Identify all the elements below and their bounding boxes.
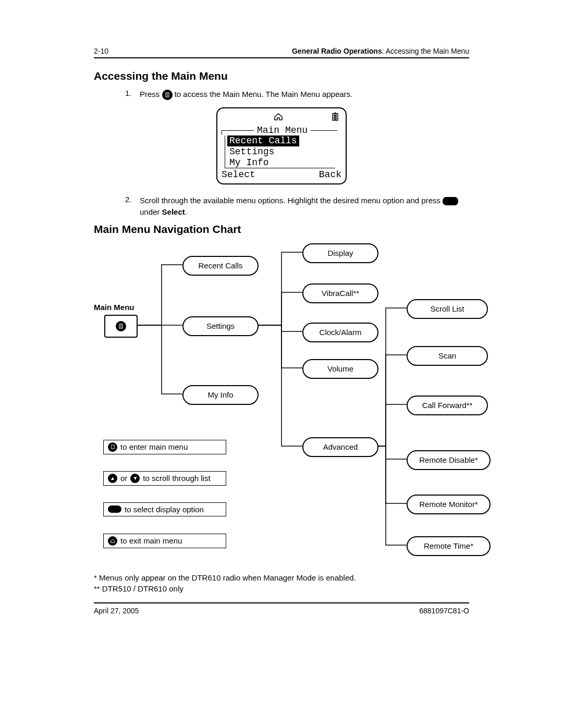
footer-docid: 6881097C81-O — [419, 607, 469, 615]
step1-post: to access the Main Menu. The Main Menu a… — [175, 90, 353, 98]
node-scroll-list: Scroll List — [407, 299, 488, 319]
step2-pre: Scroll through the available menu option… — [140, 196, 443, 205]
footnotes: * Menus only appear on the DTR610 radio … — [94, 572, 469, 594]
legend-enter-main-menu: to enter main menu — [103, 440, 226, 454]
node-my-info: My Info — [182, 385, 259, 405]
legend-scroll: ▲ or ▼ to scroll through list — [103, 471, 226, 486]
node-settings: Settings — [182, 316, 259, 336]
menu-button-icon — [116, 321, 126, 331]
lcd-title: Main Menu — [254, 125, 311, 136]
heading-accessing: Accessing the Main Menu — [94, 70, 469, 82]
footnote-2: ** DTR510 / DTR610 only — [94, 583, 469, 594]
lcd-item-highlighted: Recent Calls — [227, 135, 299, 146]
node-remote-time: Remote Time* — [407, 536, 491, 556]
home-icon — [108, 536, 117, 546]
step2-bold: Select — [162, 207, 185, 216]
footer-date: April 27, 2005 — [94, 607, 139, 615]
header-section-rest: : Accessing the Main Menu — [382, 47, 469, 55]
step2-post2: . — [185, 207, 187, 216]
node-vibracall: VibraCall** — [302, 283, 378, 303]
legend-select: to select display option — [103, 502, 226, 516]
lcd-softkey-right: Back — [319, 169, 341, 180]
down-arrow-icon: ▼ — [130, 474, 140, 483]
node-display: Display — [302, 243, 378, 263]
svg-rect-8 — [334, 118, 337, 120]
node-call-forward: Call Forward** — [407, 396, 488, 415]
legend-scroll-text: to scroll through list — [143, 474, 210, 483]
svg-rect-6 — [334, 115, 337, 116]
footnote-1: * Menus only appear on the DTR610 radio … — [94, 572, 469, 583]
legend-enter-text: to enter main menu — [120, 442, 188, 451]
legend-exit: to exit main menu — [103, 534, 226, 548]
home-icon — [274, 113, 283, 124]
step1-pre: Press — [140, 90, 162, 98]
step-1: 1. Press to access the Main Menu. The Ma… — [125, 89, 469, 100]
legend-or-text: or — [120, 474, 127, 483]
step-number: 2. — [125, 195, 140, 218]
node-remote-disable: Remote Disable* — [407, 450, 491, 470]
node-clock-alarm: Clock/Alarm — [302, 323, 378, 342]
lcd-item-3: My Info — [227, 157, 341, 168]
root-node — [104, 315, 138, 338]
header-section: General Radio Operations: Accessing the … — [292, 47, 469, 55]
legend-exit-text: to exit main menu — [120, 536, 182, 545]
page-number: 2-10 — [94, 47, 108, 55]
node-advanced: Advanced — [302, 437, 378, 457]
svg-rect-7 — [334, 117, 337, 118]
step-2: 2. Scroll through the available menu opt… — [125, 195, 469, 218]
page-header: 2-10 General Radio Operations: Accessing… — [94, 47, 469, 58]
step-body: Scroll through the available menu option… — [140, 195, 469, 218]
lcd-softkey-left: Select — [222, 169, 255, 180]
svg-rect-13 — [111, 445, 114, 449]
header-section-bold: General Radio Operations — [292, 47, 382, 55]
step-body: Press to access the Main Menu. The Main … — [140, 89, 469, 100]
page-footer: April 27, 2005 6881097C81-O — [94, 602, 469, 615]
softkey-icon — [443, 197, 458, 205]
heading-navchart: Main Menu Navigation Chart — [94, 223, 469, 236]
root-label: Main Menu — [94, 303, 134, 312]
menu-button-icon — [162, 90, 173, 100]
node-scan: Scan — [407, 346, 488, 366]
menu-button-icon — [108, 442, 117, 452]
node-remote-monitor: Remote Monitor* — [407, 495, 491, 514]
node-volume: Volume — [302, 359, 378, 379]
up-arrow-icon: ▲ — [108, 474, 117, 483]
battery-icon — [332, 113, 338, 124]
navigation-chart: Main Menu Recent Calls Settings My Info … — [94, 243, 490, 566]
lcd-item-2: Settings — [227, 146, 341, 157]
softkey-icon — [108, 505, 121, 513]
step-number: 1. — [125, 89, 140, 100]
node-recent-calls: Recent Calls — [182, 256, 259, 276]
legend-select-text: to select display option — [125, 505, 204, 514]
step2-post1: under — [140, 207, 162, 216]
radio-lcd-illustration: Main Menu Recent Calls Settings My Info … — [216, 107, 347, 184]
